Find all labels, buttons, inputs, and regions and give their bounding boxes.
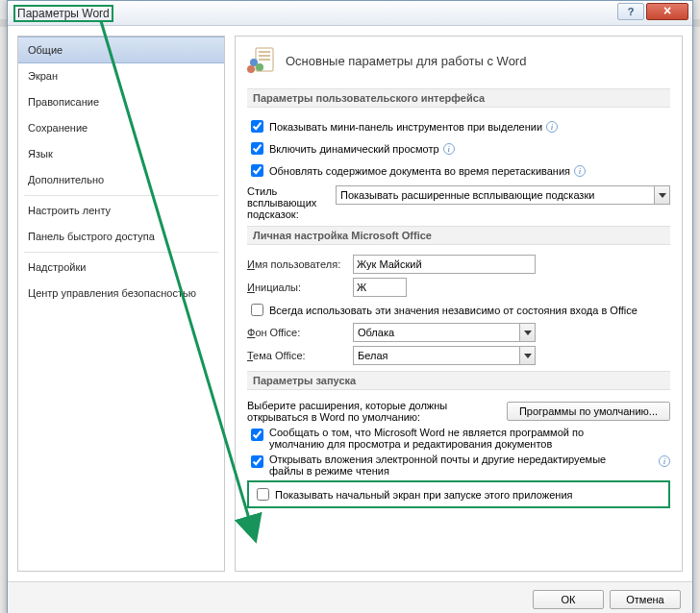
section-personal-title: Личная настройка Microsoft Office bbox=[247, 226, 670, 245]
section-ui-title: Параметры пользовательского интерфейса bbox=[247, 88, 670, 108]
checkbox-start-screen[interactable] bbox=[257, 488, 269, 501]
dialog-footer: ОК Отмена bbox=[8, 581, 692, 613]
dropdown-tooltip-value: Показывать расширенные всплывающие подск… bbox=[336, 185, 654, 205]
dropdown-office-theme[interactable]: Белая bbox=[353, 346, 536, 365]
svg-rect-2 bbox=[259, 55, 270, 57]
dropdown-bg-value: Облака bbox=[353, 323, 519, 342]
checkbox-open-attachments[interactable] bbox=[251, 455, 263, 468]
sidebar-item-quick-access[interactable]: Панель быстрого доступа bbox=[18, 224, 224, 250]
highlighted-option: Показывать начальный экран при запуске э… bbox=[247, 480, 670, 508]
checkbox-always-use[interactable] bbox=[251, 304, 263, 316]
label-mini-toolbar: Показывать мини-панель инструментов при … bbox=[269, 121, 542, 133]
dropdown-office-background[interactable]: Облака bbox=[353, 323, 536, 342]
cancel-button[interactable]: Отмена bbox=[610, 590, 681, 609]
sidebar-item-general[interactable]: Общие bbox=[18, 37, 224, 63]
input-initials[interactable] bbox=[353, 278, 407, 297]
category-sidebar: Общие Экран Правописание Сохранение Язык… bbox=[17, 36, 225, 572]
chevron-down-icon[interactable] bbox=[519, 323, 536, 342]
checkbox-default-viewer[interactable] bbox=[251, 429, 263, 441]
main-heading: Основные параметры для работы с Word bbox=[286, 54, 526, 68]
sidebar-separator bbox=[24, 195, 218, 196]
main-header: Основные параметры для работы с Word bbox=[247, 46, 670, 75]
titlebar[interactable]: Параметры Word ? × bbox=[8, 1, 692, 26]
label-start-screen: Показывать начальный экран при запуске э… bbox=[275, 489, 573, 501]
label-open-attachments: Открывать вложения электронной почты и д… bbox=[269, 454, 655, 477]
ok-button[interactable]: ОК bbox=[533, 590, 604, 609]
label-initials: Инициалы: bbox=[247, 282, 353, 293]
section-startup-title: Параметры запуска bbox=[247, 371, 670, 390]
info-icon[interactable]: i bbox=[659, 455, 670, 467]
sidebar-item-proofing[interactable]: Правописание bbox=[18, 89, 224, 115]
input-username[interactable] bbox=[353, 255, 536, 274]
general-options-icon bbox=[247, 46, 276, 75]
info-icon[interactable]: i bbox=[574, 165, 586, 177]
close-button[interactable]: × bbox=[646, 3, 688, 20]
label-default-extensions: Выберите расширения, которые должны откр… bbox=[247, 400, 507, 423]
dropdown-tooltip-style[interactable]: Показывать расширенные всплывающие подск… bbox=[336, 185, 670, 205]
svg-point-6 bbox=[247, 65, 255, 73]
label-office-theme: Тема Office: bbox=[247, 350, 353, 361]
chevron-down-icon[interactable] bbox=[654, 185, 670, 205]
sidebar-item-trust-center[interactable]: Центр управления безопасностью bbox=[18, 281, 224, 306]
svg-rect-1 bbox=[259, 51, 270, 53]
sidebar-item-advanced[interactable]: Дополнительно bbox=[18, 167, 224, 193]
help-button[interactable]: ? bbox=[617, 3, 644, 20]
button-default-programs[interactable]: Программы по умолчанию... bbox=[507, 402, 670, 421]
checkbox-live-preview[interactable] bbox=[251, 142, 263, 155]
info-icon[interactable]: i bbox=[443, 143, 455, 155]
info-icon[interactable]: i bbox=[546, 121, 558, 133]
window-title: Параметры Word bbox=[13, 5, 113, 22]
checkbox-mini-toolbar[interactable] bbox=[251, 120, 263, 133]
svg-point-5 bbox=[256, 63, 263, 71]
label-always-use: Всегда использовать эти значения независ… bbox=[269, 305, 638, 316]
checkbox-update-drag[interactable] bbox=[251, 164, 263, 177]
sidebar-item-save[interactable]: Сохранение bbox=[18, 115, 224, 141]
sidebar-item-customize-ribbon[interactable]: Настроить ленту bbox=[18, 198, 224, 224]
chevron-down-icon[interactable] bbox=[519, 346, 536, 365]
sidebar-separator bbox=[24, 252, 218, 253]
svg-rect-3 bbox=[259, 59, 270, 61]
sidebar-item-display[interactable]: Экран bbox=[18, 63, 224, 89]
label-live-preview: Включить динамический просмотр bbox=[269, 143, 439, 155]
label-office-background: Фон Office: bbox=[247, 327, 353, 338]
label-tooltip-style: Стиль всплывающих подсказок: bbox=[247, 185, 336, 220]
label-default-viewer: Сообщать о том, что Microsoft Word не яв… bbox=[269, 427, 584, 450]
label-username: Имя пользователя: bbox=[247, 258, 353, 270]
sidebar-item-addins[interactable]: Надстройки bbox=[18, 255, 224, 281]
options-dialog: Параметры Word ? × Общие Экран Правописа… bbox=[7, 0, 693, 613]
main-panel: Основные параметры для работы с Word Пар… bbox=[235, 36, 683, 572]
dropdown-theme-value: Белая bbox=[353, 346, 519, 365]
label-update-drag: Обновлять содержимое документа во время … bbox=[269, 165, 570, 177]
sidebar-item-language[interactable]: Язык bbox=[18, 141, 224, 167]
